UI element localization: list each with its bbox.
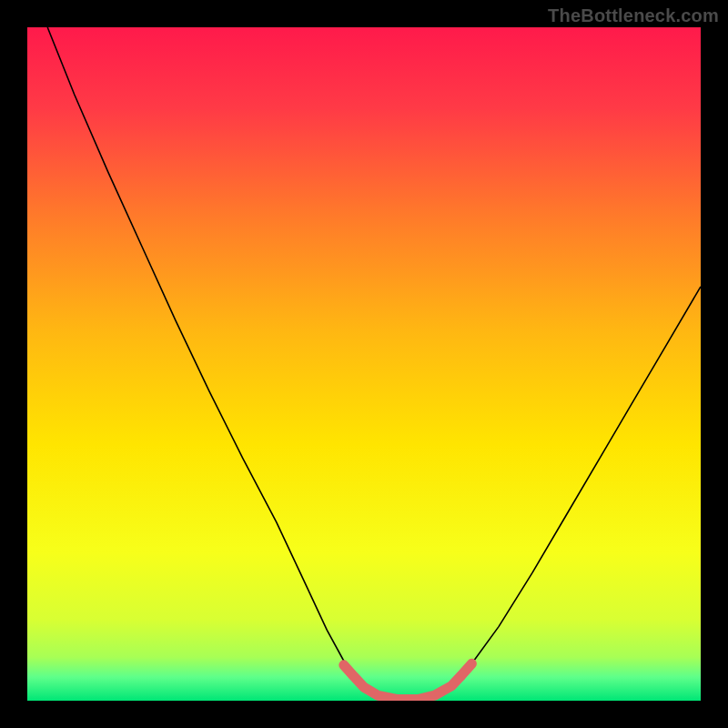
watermark-text: TheBottleneck.com: [548, 5, 719, 26]
chart-frame: TheBottleneck.com: [0, 0, 728, 728]
gradient-background: [27, 27, 701, 701]
plot-area: [27, 27, 701, 701]
chart-svg: [27, 27, 701, 701]
